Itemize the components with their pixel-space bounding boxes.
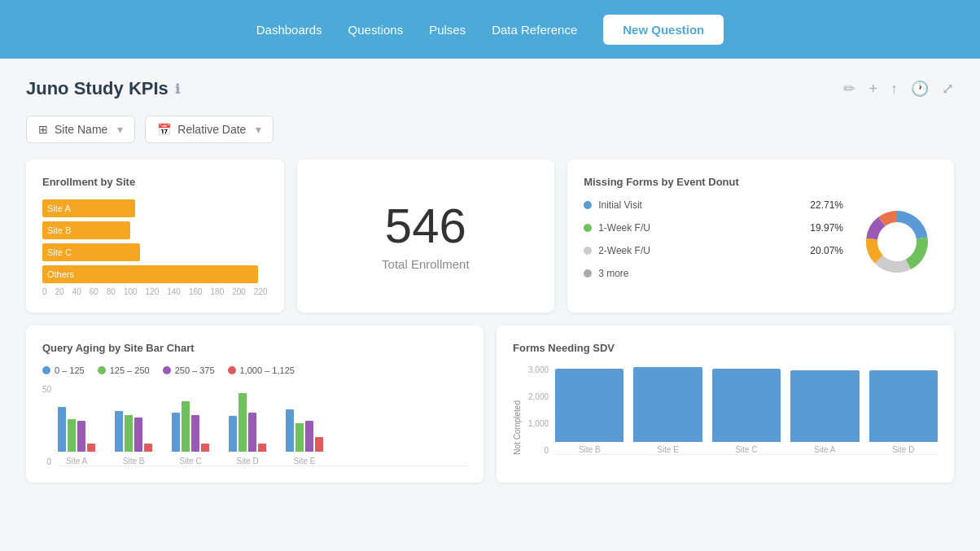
nav-dashboards[interactable]: Dashboards bbox=[256, 23, 322, 37]
site-group: Site C bbox=[172, 370, 209, 466]
bar-v bbox=[201, 444, 209, 452]
bar-v bbox=[286, 409, 294, 452]
sdv-bar bbox=[712, 369, 781, 442]
bar-v bbox=[295, 423, 304, 452]
sdv-bar-group: Site B bbox=[555, 369, 623, 454]
new-question-button[interactable]: New Question bbox=[603, 15, 724, 45]
sdv-y-3000: 3,000 bbox=[528, 365, 549, 374]
sdv-bar-group: Site A bbox=[790, 370, 859, 454]
chevron-down-icon: ▾ bbox=[256, 123, 261, 136]
bar-v bbox=[77, 421, 85, 452]
chevron-down-icon: ▾ bbox=[117, 123, 123, 136]
donut-content: Initial Visit 22.71% 1-Week F/U 19.97% 2… bbox=[584, 199, 938, 284]
y-tick-0: 0 bbox=[47, 457, 52, 466]
nav-pulses[interactable]: Pulses bbox=[429, 23, 466, 37]
bottom-row: Query Aging by Site Bar Chart 0 – 125125… bbox=[26, 326, 954, 483]
sdv-bar-group: Site D bbox=[869, 370, 938, 454]
bar-v bbox=[238, 393, 247, 452]
bar-label: Site B bbox=[42, 225, 71, 235]
bar-row: Site C bbox=[42, 243, 268, 261]
calendar-icon: 📅 bbox=[157, 123, 171, 136]
legend-dot bbox=[584, 247, 592, 255]
y-tick-50: 50 bbox=[42, 385, 51, 394]
bar-v bbox=[182, 401, 190, 452]
site-group: Site D bbox=[229, 370, 266, 466]
legend-item: 3 more bbox=[584, 268, 843, 279]
bar-v bbox=[258, 444, 266, 452]
top-row: Enrollment by Site Site A Site B Site C … bbox=[26, 160, 954, 313]
bar-label: Site C bbox=[42, 247, 72, 257]
sdv-bars-area: Site BSite ESite CSite ASite D bbox=[555, 365, 938, 455]
bar-v bbox=[191, 415, 199, 452]
page-header: Juno Study KPIs ℹ ✏ + ↑ 🕐 ⤢ bbox=[26, 78, 954, 99]
bar-axis: 0 20 40 60 80 100 120 140 160 180 200 22… bbox=[42, 287, 268, 296]
enrollment-bar-chart: Site A Site B Site C Others bbox=[42, 199, 268, 283]
relative-date-filter[interactable]: 📅 Relative Date ▾ bbox=[145, 116, 273, 143]
share-button[interactable]: ↑ bbox=[890, 81, 898, 98]
bar-v bbox=[125, 415, 133, 452]
legend-name: 3 more bbox=[598, 268, 799, 279]
donut-segment bbox=[906, 238, 928, 270]
legend-pct: 20.07% bbox=[806, 245, 843, 256]
site-label: Site B bbox=[123, 457, 145, 466]
bar-row: Others bbox=[42, 265, 268, 283]
site-group: Site B bbox=[115, 370, 152, 466]
enrollment-card-title: Enrollment by Site bbox=[42, 176, 268, 188]
bar-row: Site A bbox=[42, 199, 268, 217]
sdv-site-label: Site A bbox=[814, 445, 835, 454]
legend-dot bbox=[584, 269, 592, 278]
sdv-bar bbox=[869, 370, 938, 442]
bar-v bbox=[68, 419, 76, 452]
sdv-bar-group: Site C bbox=[712, 369, 781, 454]
bar-v bbox=[248, 413, 256, 452]
bar-v bbox=[144, 444, 152, 452]
donut-card: Missing Forms by Event Donut Initial Vis… bbox=[567, 160, 954, 313]
sdv-bar-group: Site E bbox=[633, 367, 702, 454]
legend-item: 1-Week F/U 19.97% bbox=[584, 222, 843, 234]
bar-v bbox=[87, 444, 95, 452]
sdv-y-1000: 1,000 bbox=[528, 419, 549, 428]
filters-bar: ⊞ Site Name ▾ 📅 Relative Date ▾ bbox=[26, 116, 954, 143]
bar-v bbox=[305, 421, 313, 452]
sdv-y-2000: 2,000 bbox=[528, 392, 549, 401]
sdv-site-label: Site E bbox=[657, 445, 679, 454]
legend-name: 1-Week F/U bbox=[598, 222, 799, 234]
enrollment-by-site-card: Enrollment by Site Site A Site B Site C … bbox=[26, 160, 284, 313]
nav-questions[interactable]: Questions bbox=[348, 23, 404, 37]
bar-v bbox=[58, 407, 66, 452]
sdv-site-label: Site B bbox=[579, 445, 601, 454]
site-label: Site E bbox=[294, 457, 316, 466]
legend-name: 2-Week F/U bbox=[598, 245, 799, 256]
info-icon[interactable]: ℹ bbox=[175, 81, 180, 97]
sdv-y-label: Not Completed bbox=[513, 400, 522, 455]
add-button[interactable]: + bbox=[868, 81, 877, 98]
sdv-site-label: Site C bbox=[735, 445, 757, 454]
edit-button[interactable]: ✏ bbox=[843, 80, 855, 98]
sdv-bar bbox=[790, 370, 859, 442]
bar-label: Site A bbox=[42, 203, 71, 213]
site-name-filter[interactable]: ⊞ Site Name ▾ bbox=[26, 116, 135, 143]
bar-v bbox=[134, 418, 142, 452]
page-actions: ✏ + ↑ 🕐 ⤢ bbox=[843, 80, 954, 98]
donut-chart bbox=[856, 199, 938, 284]
chip-dot bbox=[98, 366, 106, 374]
bar-v bbox=[229, 416, 237, 452]
page-title: Juno Study KPIs bbox=[26, 78, 168, 99]
legend-pct: 22.71% bbox=[806, 199, 843, 211]
query-aging-title: Query Aging by Site Bar Chart bbox=[42, 342, 467, 354]
bar-row: Site B bbox=[42, 221, 268, 239]
site-label: Site C bbox=[180, 457, 202, 466]
history-button[interactable]: 🕐 bbox=[911, 80, 929, 98]
query-aging-card: Query Aging by Site Bar Chart 0 – 125125… bbox=[26, 326, 483, 483]
donut-legend: Initial Visit 22.71% 1-Week F/U 19.97% 2… bbox=[584, 199, 843, 284]
expand-button[interactable]: ⤢ bbox=[942, 80, 954, 98]
bar-v bbox=[115, 411, 123, 452]
query-bars-area: Site ASite BSite CSite DSite E bbox=[58, 385, 467, 466]
donut-card-title: Missing Forms by Event Donut bbox=[584, 176, 938, 188]
bar-v bbox=[315, 437, 323, 452]
page-title-container: Juno Study KPIs ℹ bbox=[26, 78, 180, 99]
total-label: Total Enrollment bbox=[382, 257, 470, 271]
legend-name: Initial Visit bbox=[598, 199, 799, 211]
donut-svg bbox=[856, 201, 938, 282]
nav-data-reference[interactable]: Data Reference bbox=[492, 23, 577, 37]
